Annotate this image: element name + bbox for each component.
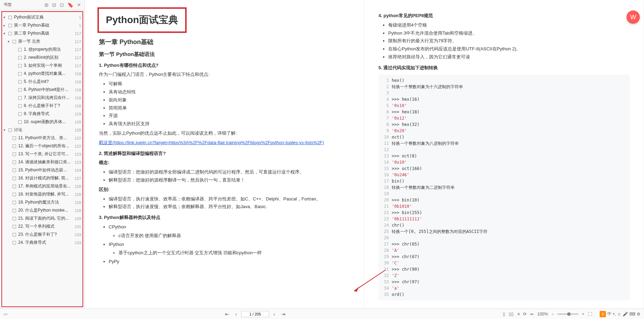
- q1-more: 当然，实际上Python的优点远不止如此，可以阅读该文档，详细了解:: [99, 130, 350, 137]
- rotate-icon[interactable]: ⟳: [523, 312, 527, 317]
- q1-heading: 1. Python有哪些特点和优点?: [99, 62, 350, 69]
- q2-concept-list: 编译型语言：把做好的源程序全部编译成二进制代码的可运行程序。然后，可直接运行这个…: [99, 169, 350, 184]
- bookmark-item[interactable]: ▾讨论120: [2, 126, 82, 134]
- q4-list: 每级缩进用4个空格Python 3中不允许混合使用Tab和空格缩进。限制所有行的…: [378, 22, 630, 61]
- bookmark-item[interactable]: 20. 什么是Python monke...128: [2, 206, 82, 214]
- bookmark-item[interactable]: 22. 写一个单列模式131: [2, 222, 82, 231]
- fit-width-icon[interactable]: ⇔: [530, 312, 534, 317]
- q5-heading: 5. 通过代码实现如下进制转换: [378, 64, 630, 72]
- q3-sub: c语言开发的 使用最广的解释器: [118, 232, 350, 240]
- ime-punct-icon[interactable]: •,: [613, 312, 616, 317]
- bookmark-item[interactable]: ▸第一章 Python基础1: [2, 21, 82, 29]
- q3-heading: 3. Python解释器种类以及特点: [99, 214, 350, 221]
- q2-diff-label: 区别:: [99, 187, 109, 192]
- q3-list: CPython c语言开发的 使用最广的解释器 IPython 基于cpytho…: [99, 224, 350, 265]
- bookmark-item[interactable]: 10. super函数的具体...120: [2, 118, 82, 126]
- bookmark-item[interactable]: 23. 什么是猴子补丁?133: [2, 231, 82, 239]
- bookmark-item[interactable]: 24. 字典推导式133: [2, 239, 82, 247]
- last-page-button[interactable]: ⇥: [279, 311, 288, 318]
- bookmark-item[interactable]: 16. 对设计模式的理解, 简...127: [2, 174, 82, 182]
- bookmark-item[interactable]: 17. 单例模式的应用场景有...128: [2, 182, 82, 190]
- svg-line-0: [354, 270, 385, 291]
- list-item: 解释型语言：把做好的源程序翻译一句，然后执行一句，直至结束！: [109, 177, 350, 184]
- list-item: 具有动态特性: [109, 88, 350, 96]
- thumbnail-icon[interactable]: ▭: [3, 312, 7, 317]
- bookmark-icon[interactable]: 🔖: [67, 2, 73, 8]
- view-continuous-icon[interactable]: ≡: [517, 312, 520, 317]
- fullscreen-icon[interactable]: ⛶: [588, 312, 592, 317]
- bookmark-tree[interactable]: ▾Python面试宝典1▸第一章 Python基础1▾第二章 Python高级1…: [1, 10, 84, 308]
- sogou-ime-icon[interactable]: S: [600, 311, 606, 317]
- list-item: Python 3中不允许混合使用Tab和空格缩进。: [388, 30, 630, 37]
- sidebar-title: 书签: [3, 2, 44, 8]
- annotation-arrow: [347, 267, 389, 295]
- document-viewport[interactable]: Python面试宝典 第一章 Python基础 第一节 Python基础语法 1…: [85, 0, 644, 309]
- bookmark-item[interactable]: 5. 什么是init?118: [2, 78, 82, 86]
- list-item: 具有强大的社区支持: [109, 120, 350, 128]
- list-item: 限制所有行的最大行宽为79字符。: [388, 37, 630, 45]
- page-number-input[interactable]: [241, 311, 269, 317]
- wps-fab-button[interactable]: W: [627, 10, 640, 24]
- ime-keyboard-icon[interactable]: ⌨: [629, 312, 635, 317]
- q3-item: CPython: [109, 224, 350, 231]
- bookmark-item[interactable]: 12. 遍历一个object的所有...122: [2, 142, 82, 150]
- q3-item: IPython: [109, 241, 350, 248]
- list-item: 编译型语言，执行速度快、效率高；依赖编译器、跨平台性差些。如C、C++、Delp…: [109, 196, 350, 203]
- bookmark-item[interactable]: 9. 字典推导式119: [2, 110, 82, 118]
- add-bookmark-icon[interactable]: ⊞: [44, 2, 49, 8]
- bookmark-item[interactable]: 2. new和init的区别117: [2, 54, 82, 62]
- close-sidebar-icon[interactable]: ✕: [77, 2, 81, 8]
- q3-sub: 基于cpython之上的一个交互式计时器 交互方式增强 功能和cpython一样: [118, 249, 350, 257]
- list-item: 简明简单: [109, 105, 350, 112]
- section-heading: 第一节 Python基础语法: [99, 50, 350, 58]
- bookmark-item[interactable]: 1. @property的用法117: [2, 45, 82, 54]
- prev-page-button[interactable]: ‹: [233, 311, 239, 318]
- bookmark-item[interactable]: 11. Python中类方法、类...122: [2, 134, 82, 142]
- page-left: Python面试宝典 第一章 Python基础 第一节 Python基础语法 1…: [85, 0, 364, 309]
- bookmark-item[interactable]: ▾第二章 Python高级117: [2, 29, 82, 37]
- view-double-icon[interactable]: ▯▯: [509, 312, 514, 317]
- bookmark-item[interactable]: 19. Python的魔法方法128: [2, 198, 82, 206]
- bookmark-item[interactable]: 7. 深拷贝和浅拷贝有什...118: [2, 94, 82, 102]
- code-block: 1hex()2转换一个整数对象为十六进制的字符串34>>> hex(16)5'0…: [378, 75, 630, 300]
- q1-list: 可解释具有动态特性面向对象简明简单开源具有强大的社区支持: [99, 80, 350, 128]
- view-single-icon[interactable]: ▯: [503, 312, 505, 317]
- list-item: 可解释: [109, 80, 350, 88]
- zoom-slider[interactable]: [557, 313, 578, 315]
- ime-emoji-icon[interactable]: ☺: [617, 312, 621, 317]
- q2-concept-label: 概念:: [99, 160, 109, 165]
- bookmark-item[interactable]: 14. 请描述抽象类和接口类...123: [2, 158, 82, 166]
- q4-heading: 4. python常见的PEP8规范: [378, 12, 630, 20]
- collapse-icon[interactable]: ⊟: [52, 2, 56, 8]
- ime-lang-icon[interactable]: 中: [607, 311, 612, 317]
- bookmark-item[interactable]: 21. 阅读下面的代码, 它的...129: [2, 214, 82, 222]
- expand-icon[interactable]: ⊡: [60, 2, 64, 8]
- bookmark-item[interactable]: 18. 对装饰器的理解, 并写...128: [2, 190, 82, 198]
- bookmark-item[interactable]: 4. python查找对象属...118: [2, 70, 82, 78]
- zoom-in-icon[interactable]: +: [582, 312, 584, 317]
- bottom-toolbar: ▭ ⇤ ‹ › ⇥ ▯ ▯▯ ≡ ⟳ ⇔ 100% − + ⛶ S 中 •, ☺…: [0, 309, 644, 319]
- q3-item: PyPy: [109, 258, 350, 265]
- svg-marker-1: [354, 287, 359, 292]
- q1-link[interactable]: 戳这里: [99, 140, 113, 145]
- list-item: 在核心Python发布的代码应该总是使用UTF-8(ASCII在Python 2…: [388, 45, 630, 53]
- bookmark-item[interactable]: 6. Python中的self是什...118: [2, 86, 82, 94]
- bookmark-item[interactable]: 13. 写一个类, 并让它尽可...123: [2, 150, 82, 158]
- bookmark-item[interactable]: 3. 如何实现一个单例117: [2, 62, 82, 70]
- list-item: 解释型语言，执行速度慢、效率低；依赖解释器、跨平台性好。如Java、Basic.: [109, 203, 350, 211]
- bookmarks-sidebar: 书签 ⊞ ⊟ ⊡ 🔖 ✕ ▾Python面试宝典1▸第一章 Python基础1▾…: [0, 0, 85, 309]
- bookmark-item[interactable]: 15. Python中如何动态获...124: [2, 166, 82, 174]
- bookmark-item[interactable]: 8. 什么是猴子补丁?118: [2, 102, 82, 110]
- ime-settings-icon[interactable]: ⚙: [637, 312, 641, 317]
- zoom-label[interactable]: 100%: [537, 312, 548, 317]
- next-page-button[interactable]: ›: [271, 311, 277, 318]
- chapter-heading: 第一章 Python基础: [99, 37, 350, 47]
- ime-voice-icon[interactable]: 🎤: [623, 312, 628, 317]
- bookmark-item[interactable]: ▾第一节 元类117: [2, 37, 82, 45]
- list-item: 每级缩进用4个空格: [388, 22, 630, 29]
- bookmark-item[interactable]: ▾Python面试宝典1: [2, 13, 82, 21]
- first-page-button[interactable]: ⇤: [223, 311, 231, 318]
- zoom-out-icon[interactable]: −: [551, 312, 554, 317]
- q1-link-url[interactable]: (https://link.juejin.cn?target=https%3A%…: [113, 140, 324, 145]
- q2-diff-list: 编译型语言，执行速度快、效率高；依赖编译器、跨平台性差些。如C、C++、Delp…: [99, 196, 350, 211]
